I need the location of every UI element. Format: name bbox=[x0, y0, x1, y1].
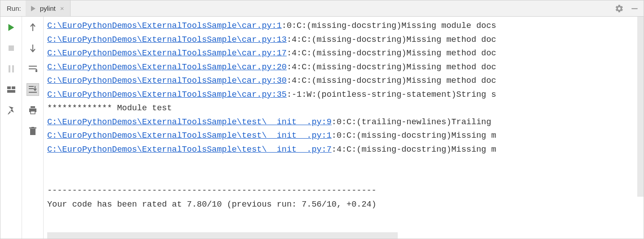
run-label: Run: bbox=[0, 5, 26, 12]
pin-button[interactable] bbox=[5, 104, 18, 117]
console-line: C:\EuroPythonDemos\ExternalToolsSample\t… bbox=[47, 143, 644, 157]
svg-rect-9 bbox=[31, 106, 35, 108]
console-line: C:\EuroPythonDemos\ExternalToolsSample\c… bbox=[47, 88, 644, 102]
console-line bbox=[47, 157, 644, 171]
console-line: Your code has been rated at 7.80/10 (pre… bbox=[47, 198, 644, 212]
console-text: :4:C:(missing-docstring)Missing method d… bbox=[287, 35, 496, 45]
layout-button[interactable] bbox=[5, 83, 18, 96]
file-link[interactable]: C:\EuroPythonDemos\ExternalToolsSample\c… bbox=[47, 49, 287, 58]
minimize-icon[interactable] bbox=[630, 4, 639, 13]
arrow-down-icon[interactable] bbox=[27, 42, 39, 54]
svg-rect-3 bbox=[9, 45, 14, 51]
console-line: ************* Module test bbox=[47, 102, 644, 116]
console-text: :0:C:(missing-docstring)Missing m bbox=[332, 131, 496, 140]
console-line: C:\EuroPythonDemos\ExternalToolsSample\c… bbox=[47, 19, 644, 33]
scroll-to-end-icon[interactable] bbox=[27, 83, 39, 96]
svg-rect-11 bbox=[31, 111, 35, 114]
svg-rect-6 bbox=[7, 86, 11, 89]
console-output[interactable]: C:\EuroPythonDemos\ExternalToolsSample\c… bbox=[44, 17, 644, 231]
vertical-scrollbar[interactable] bbox=[637, 17, 644, 197]
play-icon bbox=[30, 5, 36, 12]
close-icon[interactable]: × bbox=[59, 5, 65, 12]
console-actions-toolbar bbox=[22, 17, 44, 239]
horizontal-scrollbar[interactable] bbox=[47, 232, 398, 239]
svg-marker-0 bbox=[31, 6, 36, 11]
file-link[interactable]: C:\EuroPythonDemos\ExternalToolsSample\t… bbox=[47, 131, 332, 140]
file-link[interactable]: C:\EuroPythonDemos\ExternalToolsSample\c… bbox=[47, 35, 287, 45]
svg-rect-8 bbox=[7, 90, 15, 93]
console-line: C:\EuroPythonDemos\ExternalToolsSample\c… bbox=[47, 33, 644, 47]
stop-button[interactable] bbox=[5, 42, 18, 54]
pause-button[interactable] bbox=[5, 63, 18, 75]
console-text: :-1:W:(pointless-string-statement)String… bbox=[287, 90, 496, 99]
svg-rect-4 bbox=[9, 65, 10, 72]
console-text: :0:C:(trailing-newlines)Trailing bbox=[332, 117, 491, 127]
run-panel-header: Run: pylint × bbox=[0, 0, 644, 17]
console-line: C:\EuroPythonDemos\ExternalToolsSample\t… bbox=[47, 116, 644, 130]
file-link[interactable]: C:\EuroPythonDemos\ExternalToolsSample\t… bbox=[47, 117, 332, 127]
header-actions bbox=[615, 4, 644, 13]
console-line: C:\EuroPythonDemos\ExternalToolsSample\t… bbox=[47, 129, 644, 143]
console-line: C:\EuroPythonDemos\ExternalToolsSample\c… bbox=[47, 47, 644, 61]
svg-rect-7 bbox=[12, 86, 15, 89]
run-tab[interactable]: pylint × bbox=[26, 0, 71, 16]
file-link[interactable]: C:\EuroPythonDemos\ExternalToolsSample\t… bbox=[47, 145, 332, 154]
svg-marker-2 bbox=[8, 24, 14, 31]
svg-rect-5 bbox=[12, 65, 14, 72]
console-line: C:\EuroPythonDemos\ExternalToolsSample\c… bbox=[47, 61, 644, 75]
gear-icon[interactable] bbox=[615, 4, 624, 13]
tab-label: pylint bbox=[40, 5, 56, 12]
console-text: :4:C:(missing-docstring)Missing method d… bbox=[287, 63, 496, 72]
console-text: :4:C:(missing-docstring)Missing method d… bbox=[287, 49, 496, 58]
console-text: :4:C:(missing-docstring)Missing m bbox=[332, 145, 496, 154]
arrow-up-icon[interactable] bbox=[27, 21, 39, 34]
console-text: :4:C:(missing-docstring)Missing method d… bbox=[287, 76, 496, 86]
svg-rect-12 bbox=[30, 129, 36, 135]
svg-rect-1 bbox=[631, 8, 637, 9]
print-icon[interactable] bbox=[27, 104, 39, 117]
run-panel-body: C:\EuroPythonDemos\ExternalToolsSample\c… bbox=[0, 17, 644, 239]
file-link[interactable]: C:\EuroPythonDemos\ExternalToolsSample\c… bbox=[47, 21, 282, 31]
console-output-wrap: C:\EuroPythonDemos\ExternalToolsSample\c… bbox=[44, 17, 644, 239]
console-line: ----------------------------------------… bbox=[47, 184, 644, 198]
console-line: C:\EuroPythonDemos\ExternalToolsSample\c… bbox=[47, 74, 644, 88]
run-actions-toolbar bbox=[0, 17, 22, 239]
file-link[interactable]: C:\EuroPythonDemos\ExternalToolsSample\c… bbox=[47, 76, 287, 86]
console-line bbox=[47, 171, 644, 185]
file-link[interactable]: C:\EuroPythonDemos\ExternalToolsSample\c… bbox=[47, 90, 287, 99]
file-link[interactable]: C:\EuroPythonDemos\ExternalToolsSample\c… bbox=[47, 63, 287, 72]
run-button[interactable] bbox=[5, 21, 18, 34]
soft-wrap-icon[interactable] bbox=[27, 63, 39, 75]
trash-icon[interactable] bbox=[27, 125, 39, 137]
console-text: :0:C:(missing-docstring)Missing module d… bbox=[282, 21, 496, 31]
svg-rect-14 bbox=[31, 127, 34, 128]
